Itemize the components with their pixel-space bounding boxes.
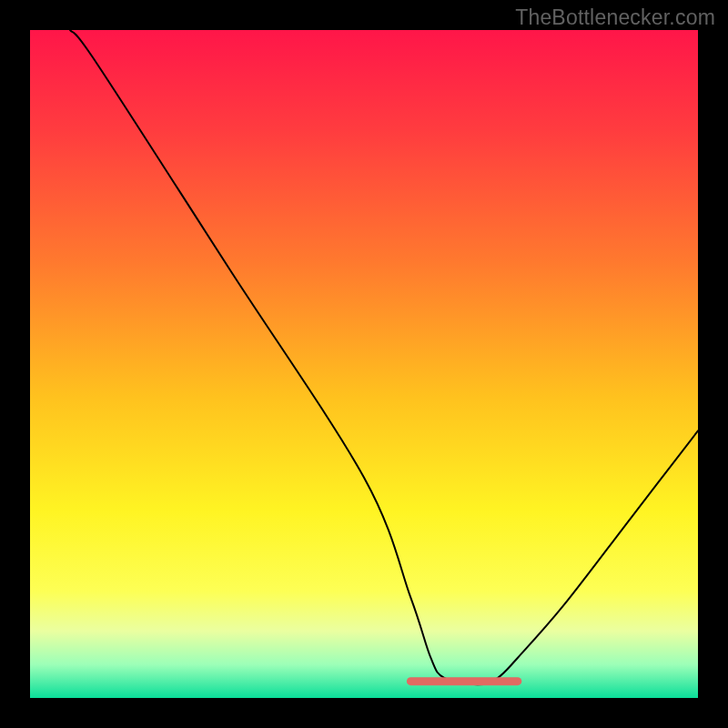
plot-area: [30, 30, 698, 698]
chart-svg: [30, 30, 698, 698]
bottleneck-curve: [70, 30, 698, 684]
chart-frame: TheBottlenecker.com: [0, 0, 728, 728]
watermark-text: TheBottlenecker.com: [515, 5, 715, 30]
